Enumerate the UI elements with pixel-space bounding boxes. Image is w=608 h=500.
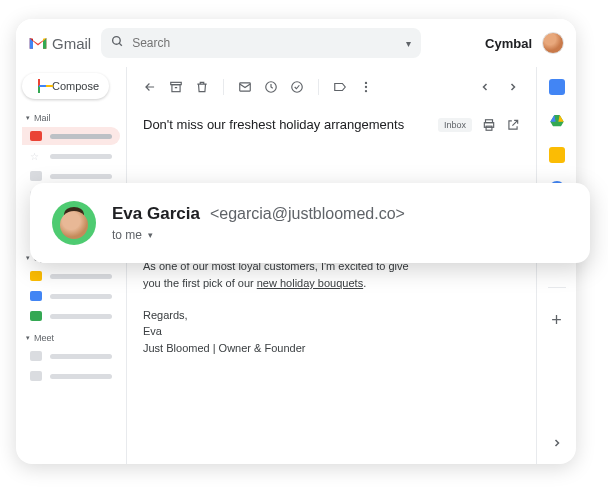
search-input[interactable] — [132, 36, 398, 50]
delete-icon[interactable] — [195, 80, 209, 94]
sidebar-item-inbox[interactable] — [22, 127, 120, 145]
plus-icon — [32, 79, 46, 93]
signature: Regards, Eva Just Bloomed | Owner & Foun… — [143, 307, 520, 357]
section-mail-label: Mail — [34, 113, 51, 123]
svg-point-7 — [292, 82, 303, 93]
chevron-down-icon: ▾ — [148, 230, 153, 240]
right-rail: + — [536, 67, 576, 464]
sig-name: Eva — [143, 323, 520, 340]
sender-row1: Eva Garcia <egarcia@justbloomed.co> — [112, 204, 405, 224]
add-addon-icon[interactable]: + — [551, 310, 562, 331]
compose-button[interactable]: Compose — [22, 73, 109, 99]
meet-icon — [30, 371, 42, 381]
sidebar: Compose ▾ Mail ☆ — [16, 67, 126, 464]
sender-card: Eva Garcia <egarcia@justbloomed.co> to m… — [30, 183, 590, 263]
mail-unread-icon[interactable] — [238, 80, 252, 94]
gmail-m-icon — [28, 35, 48, 51]
section-mail[interactable]: ▾ Mail — [22, 111, 120, 125]
print-icon[interactable] — [482, 118, 496, 132]
svg-point-0 — [113, 37, 121, 45]
sender-name: Eva Garcia — [112, 204, 200, 224]
archive-icon[interactable] — [169, 80, 183, 94]
content-area: Compose ▾ Mail ☆ — [16, 67, 576, 464]
snooze-icon[interactable] — [264, 80, 278, 94]
sidebar-item-bar — [50, 154, 112, 159]
space-icon — [30, 291, 42, 301]
gmail-logo[interactable]: Gmail — [28, 35, 91, 52]
back-icon[interactable] — [143, 80, 157, 94]
space-icon — [30, 311, 42, 321]
sidebar-item-space[interactable] — [22, 287, 120, 305]
prev-icon[interactable] — [478, 80, 492, 94]
next-icon[interactable] — [506, 80, 520, 94]
search-icon — [111, 34, 124, 52]
more-icon[interactable] — [359, 80, 373, 94]
divider — [318, 79, 319, 95]
sidebar-item-space[interactable] — [22, 267, 120, 285]
meet-icon — [30, 351, 42, 361]
toolbar-group-nav — [143, 80, 209, 94]
drive-icon[interactable] — [549, 113, 565, 129]
main-area: Don't miss our freshest holiday arrangem… — [126, 67, 536, 464]
svg-point-10 — [365, 90, 367, 92]
sidebar-item-bar — [50, 294, 112, 299]
caret-icon: ▾ — [26, 334, 30, 342]
search-bar[interactable]: ▾ — [101, 28, 421, 58]
recipient-text: to me — [112, 228, 142, 242]
space-icon — [30, 271, 42, 281]
calendar-icon[interactable] — [549, 79, 565, 95]
subject-row: Don't miss our freshest holiday arrangem… — [143, 117, 520, 132]
body-after: . — [363, 277, 366, 289]
sidebar-item-bar — [50, 354, 112, 359]
sidebar-item-meet[interactable] — [22, 347, 120, 365]
section-meet[interactable]: ▾ Meet — [22, 331, 120, 345]
email-toolbar — [143, 75, 520, 105]
compose-label: Compose — [52, 80, 99, 92]
signoff: Regards, — [143, 307, 520, 324]
brand-label: Cymbal — [485, 36, 532, 51]
gmail-logo-text: Gmail — [52, 35, 91, 52]
svg-line-1 — [119, 43, 122, 46]
sender-email: <egarcia@justbloomed.co> — [210, 205, 405, 223]
rail-divider — [548, 287, 566, 288]
subject-actions — [482, 118, 520, 132]
recipient-row[interactable]: to me ▾ — [112, 228, 405, 242]
account-avatar[interactable] — [542, 32, 564, 54]
inbox-icon — [30, 131, 42, 141]
email-subject: Don't miss our freshest holiday arrangem… — [143, 117, 428, 132]
search-options-icon[interactable]: ▾ — [406, 38, 411, 49]
header: Gmail ▾ Cymbal — [16, 19, 576, 67]
label-icon[interactable] — [333, 80, 347, 94]
sidebar-item-starred[interactable]: ☆ — [22, 147, 120, 165]
body-link[interactable]: new holiday bouquets — [257, 277, 363, 289]
folder-icon — [30, 171, 42, 181]
svg-point-8 — [365, 82, 367, 84]
sender-avatar[interactable] — [52, 201, 96, 245]
section-meet-label: Meet — [34, 333, 54, 343]
sidebar-item-bar — [50, 134, 112, 139]
sidebar-item-bar — [50, 314, 112, 319]
sender-info: Eva Garcia <egarcia@justbloomed.co> to m… — [112, 204, 405, 242]
open-new-icon[interactable] — [506, 118, 520, 132]
sidebar-item-bar — [50, 374, 112, 379]
toolbar-group-actions — [238, 80, 304, 94]
sidebar-item-space[interactable] — [22, 307, 120, 325]
sidebar-item-bar — [50, 174, 112, 179]
sig-title: Just Bloomed | Owner & Founder — [143, 340, 520, 357]
star-icon: ☆ — [30, 151, 42, 161]
task-icon[interactable] — [290, 80, 304, 94]
inbox-label[interactable]: Inbox — [438, 118, 472, 132]
keep-icon[interactable] — [549, 147, 565, 163]
toolbar-group-label — [333, 80, 373, 94]
sidebar-item-meet[interactable] — [22, 367, 120, 385]
svg-point-9 — [365, 86, 367, 88]
caret-icon: ▾ — [26, 254, 30, 262]
divider — [223, 79, 224, 95]
collapse-rail-icon[interactable] — [551, 436, 563, 452]
sidebar-item-bar — [50, 274, 112, 279]
caret-icon: ▾ — [26, 114, 30, 122]
